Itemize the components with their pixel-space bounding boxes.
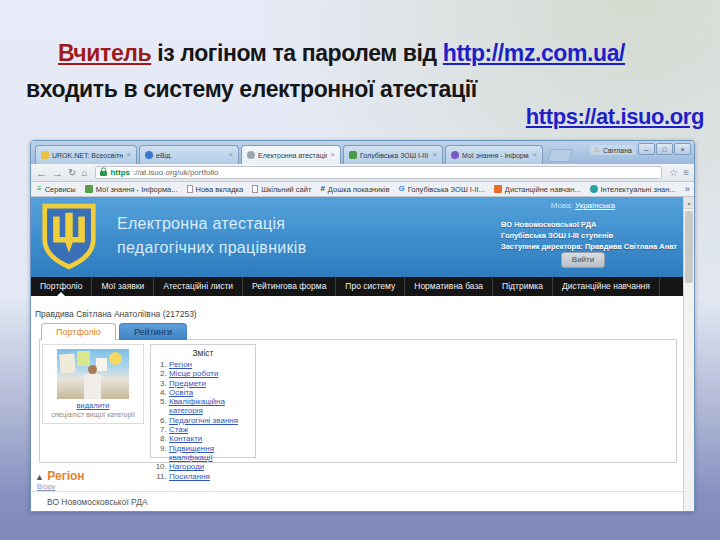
browser-tab-2[interactable]: еВід. × bbox=[139, 145, 239, 164]
photo-detail bbox=[109, 352, 122, 365]
nav-item-normative-base[interactable]: Нормативна база bbox=[405, 277, 493, 296]
delete-photo-link[interactable]: видалити bbox=[43, 401, 143, 410]
bookmark-item[interactable]: Мої знання - Інформа... bbox=[85, 185, 178, 194]
photo-detail bbox=[88, 365, 97, 374]
mz-link[interactable]: http://mz.com.ua/ bbox=[443, 40, 625, 66]
toc-link[interactable]: Предмети bbox=[169, 379, 206, 388]
site-nav: Портфоліо Мої заявки Атестаційні листи Р… bbox=[31, 277, 683, 296]
tab-favicon bbox=[349, 151, 357, 159]
nav-item-rating-form[interactable]: Рейтингова форма bbox=[243, 277, 336, 296]
scroll-up-icon[interactable]: ▴ bbox=[684, 197, 694, 209]
site-favicon bbox=[85, 185, 93, 193]
language-label: Мова: bbox=[551, 201, 573, 210]
toc-item: Посилання bbox=[169, 472, 255, 481]
nav-item-portfolio[interactable]: Портфоліо bbox=[31, 277, 92, 296]
nav-item-distance-learning[interactable]: Дистанційне навчання bbox=[553, 277, 660, 296]
tab-close-icon[interactable]: × bbox=[126, 151, 131, 159]
toc-item: Педагогічні звання bbox=[169, 416, 255, 425]
new-tab-button[interactable] bbox=[547, 149, 573, 162]
triangle-up-icon: ▲ bbox=[35, 472, 44, 482]
bookmarks-overflow-icon[interactable]: » bbox=[685, 184, 690, 194]
address-bar[interactable]: https://at.isuo.org/uk/portfolio bbox=[95, 166, 662, 179]
photo-detail bbox=[59, 353, 75, 373]
photo-detail bbox=[77, 351, 90, 366]
nav-item-applications[interactable]: Мої заявки bbox=[92, 277, 154, 296]
logout-button[interactable]: Вийти bbox=[561, 252, 605, 268]
bookmark-label: Нова вкладка bbox=[196, 185, 244, 194]
services-icon: ≡ bbox=[37, 185, 42, 193]
profile-badge[interactable]: ⚠ Світлана bbox=[590, 145, 636, 155]
toc-link[interactable]: Контакти bbox=[169, 434, 202, 443]
minimize-button[interactable]: – bbox=[638, 143, 655, 155]
back-to-top-link[interactable]: Вгору bbox=[37, 483, 55, 490]
headline-text: із логіном та паролем від bbox=[151, 40, 443, 66]
bookmark-item[interactable]: Нова вкладка bbox=[187, 185, 244, 194]
nav-label: Портфоліо bbox=[40, 281, 82, 291]
tab-label: Електронна атестація bbox=[258, 152, 327, 159]
site-title-line1: Електронна атестація bbox=[117, 215, 285, 233]
page-scrollbar[interactable]: ▴ bbox=[683, 197, 694, 511]
address-scheme: https bbox=[110, 168, 130, 177]
bookmark-item[interactable]: ≡ Сервисы bbox=[37, 185, 76, 194]
org-line: Заступник директора: Правдива Світлана А… bbox=[501, 241, 681, 252]
browser-tab-active[interactable]: Електронна атестація × bbox=[241, 145, 341, 164]
divider bbox=[31, 491, 683, 492]
nav-item-about[interactable]: Про систему bbox=[336, 277, 405, 296]
toc-link[interactable]: Підвищення кваліфікації bbox=[169, 444, 214, 462]
tab-close-icon[interactable]: × bbox=[228, 151, 233, 159]
bookmark-item[interactable]: Дистанційне навчан... bbox=[494, 185, 581, 194]
browser-tab-5[interactable]: Мої знання - Інформаційн... × bbox=[445, 145, 543, 164]
toc-link[interactable]: Місце роботи bbox=[169, 369, 219, 378]
browser-tab-4[interactable]: Голубівська ЗОШ І-ІІІ ст... × bbox=[343, 145, 443, 164]
warning-icon: ⚠ bbox=[594, 146, 600, 154]
close-button[interactable]: × bbox=[674, 143, 691, 155]
tab-label: Мої знання - Інформаційн... bbox=[462, 152, 529, 159]
scrollbar-thumb[interactable] bbox=[685, 211, 693, 283]
section-heading-region: ▲ Регіон bbox=[35, 469, 85, 483]
address-path: ://at.isuo.org/uk/portfolio bbox=[133, 168, 218, 177]
tab-close-icon[interactable]: × bbox=[432, 151, 437, 159]
bookmark-label: Інтелектуальні знан... bbox=[601, 185, 676, 194]
tab-favicon bbox=[145, 151, 153, 159]
back-button[interactable]: ← bbox=[36, 166, 47, 180]
toc-item: Регіон bbox=[169, 360, 255, 369]
bookmark-label: Шкільний сайт bbox=[261, 185, 311, 194]
bookmark-item[interactable]: Інтелектуальні знан... bbox=[590, 185, 676, 194]
maximize-button[interactable]: □ bbox=[656, 143, 673, 155]
tab-ratings[interactable]: Рейтинги bbox=[119, 323, 187, 340]
nav-item-attestation-sheets[interactable]: Атестаційні листи bbox=[154, 277, 243, 296]
toc-item: Стаж bbox=[169, 425, 255, 434]
photo-card: видалити спеціаліст вищої категорії bbox=[42, 344, 144, 424]
bookmark-item[interactable]: G Голубівська ЗОШ І-ІІ... bbox=[398, 185, 484, 194]
toc-link[interactable]: Нагороди bbox=[169, 462, 204, 471]
menu-icon[interactable]: ≡ bbox=[683, 167, 689, 178]
isuo-link[interactable]: https://at.isuo.org bbox=[526, 104, 704, 129]
toc-link[interactable]: Посилання bbox=[169, 472, 210, 481]
toc-link[interactable]: Освіта bbox=[169, 388, 193, 397]
home-button[interactable]: ⌂ bbox=[81, 166, 87, 180]
toc-title: Зміст bbox=[151, 348, 255, 358]
bookmark-star-icon[interactable]: ☆ bbox=[669, 167, 678, 178]
tab-favicon bbox=[247, 151, 255, 159]
tab-portfolio[interactable]: Портфоліо bbox=[41, 323, 116, 340]
bookmark-label: Дистанційне навчан... bbox=[505, 185, 581, 194]
reload-button[interactable]: ↻ bbox=[68, 166, 76, 180]
bookmark-item[interactable]: # Дошка показників bbox=[320, 185, 389, 194]
bookmark-item[interactable]: Шкільний сайт bbox=[252, 185, 311, 194]
forward-button[interactable]: → bbox=[52, 166, 63, 180]
browser-window: UROK.NET: Всеосвітн. Укр... × еВід. × Ел… bbox=[30, 140, 695, 512]
toc-link[interactable]: Стаж bbox=[169, 425, 188, 434]
tab-close-icon[interactable]: × bbox=[330, 151, 335, 159]
bookmark-label: Дошка показників bbox=[328, 185, 390, 194]
presentation-slide: Вчитель із логіном та паролем від http:/… bbox=[0, 0, 720, 540]
language-link[interactable]: Українська bbox=[575, 201, 615, 210]
toc-link[interactable]: Педагогічні звання bbox=[169, 416, 238, 425]
site-header: Електронна атестація педагогічних праців… bbox=[31, 197, 683, 277]
browser-tab-1[interactable]: UROK.NET: Всеосвітн. Укр... × bbox=[35, 145, 137, 164]
tab-close-icon[interactable]: × bbox=[532, 151, 537, 159]
toc-link[interactable]: Кваліфікаційна категорія bbox=[169, 397, 225, 415]
bookmark-label: Мої знання - Інформа... bbox=[96, 185, 178, 194]
org-info: ВО Новомосковської РДА Голубівська ЗОШ І… bbox=[501, 219, 681, 252]
toc-link[interactable]: Регіон bbox=[169, 360, 192, 369]
nav-item-support[interactable]: Підтримка bbox=[493, 277, 553, 296]
